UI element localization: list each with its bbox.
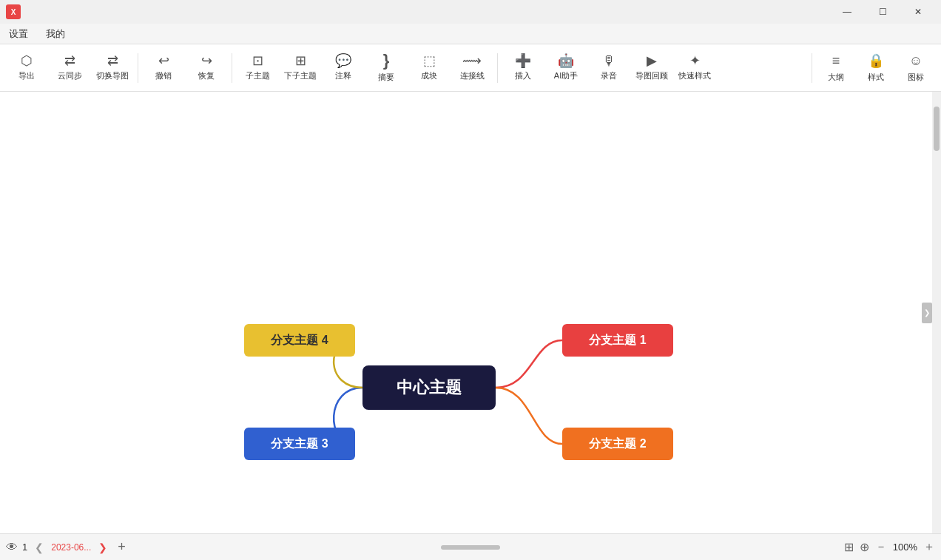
redo-button[interactable]: ↪ 恢复 [186,47,227,89]
center-node[interactable]: 中心主题 [362,365,496,410]
quick-style-button[interactable]: ✦ 快速样式 [674,47,715,89]
icon-btn-icon: ☺ [909,53,923,69]
sub-topic-icon: ⊡ [252,54,263,67]
ai-assist-button[interactable]: 🤖 AI助手 [545,47,587,89]
style-label: 样式 [868,72,884,83]
maximize-button[interactable]: ☐ [866,0,900,24]
app-logo: X [6,4,21,19]
export-icon: ⬡ [21,54,33,67]
cloud-sync-icon: ⇄ [64,54,75,67]
redo-icon: ↪ [201,54,212,67]
insert-button[interactable]: ➕ 插入 [502,47,544,89]
map-review-icon: ▶ [647,54,657,67]
page-number: 1 [22,542,27,553]
branch-node-4[interactable]: 分支主题 4 [244,324,355,357]
minimize-button[interactable]: — [830,0,864,24]
insert-icon: ➕ [515,54,531,67]
toolbar-main-group: ⬡ 导出 ⇄ 云同步 ⇄ 切换导图 ↩ 撤销 ↪ 恢复 ⊡ 子主题 ⊞ 下子主题 [6,47,715,89]
next-page-button[interactable]: ❯ [95,540,110,555]
title-bar: X — ☐ ✕ [0,0,941,24]
branch-node-1[interactable]: 分支主题 1 [562,324,673,357]
summary-icon: } [383,53,390,69]
quick-style-icon: ✦ [689,54,701,67]
cloud-sync-label: 云同步 [58,70,82,81]
toolbar-sep-1 [138,53,138,83]
zoom-in-button[interactable]: ＋ [923,539,935,555]
child-topic-button[interactable]: ⊞ 下子主题 [280,47,321,89]
summary-button[interactable]: } 摘要 [365,47,407,89]
comment-label: 注释 [335,70,351,81]
page-tab-label[interactable]: 2023-06... [51,542,91,553]
status-center [441,545,500,550]
block-label: 成块 [421,70,437,81]
title-bar-left: X [6,4,21,19]
center-node-text: 中心主题 [397,377,462,399]
prev-page-button[interactable]: ❮ [32,540,47,555]
toolbar-sep-3 [497,53,498,83]
icon-button[interactable]: ☺ 图标 [897,47,935,89]
right-edge-arrow[interactable]: ❯ [922,303,932,323]
toolbar-sep-right [812,53,812,83]
outline-icon: ≡ [832,53,840,69]
style-icon: 🔒 [868,53,884,69]
record-button[interactable]: 🎙 录音 [588,47,630,89]
fit-page-button[interactable]: ⊞ [844,540,854,554]
export-button[interactable]: ⬡ 导出 [6,47,47,89]
style-button[interactable]: 🔒 样式 [857,47,895,89]
page-view-icon: 👁 [6,541,18,554]
outline-label: 大纲 [828,72,844,83]
toolbar: ⬡ 导出 ⇄ 云同步 ⇄ 切换导图 ↩ 撤销 ↪ 恢复 ⊡ 子主题 ⊞ 下子主题 [0,44,941,92]
status-bar: 👁 1 ❮ 2023-06... ❯ + ⊞ ⊕ － 100% ＋ [0,533,941,560]
export-label: 导出 [18,70,35,81]
map-review-button[interactable]: ▶ 导图回顾 [631,47,672,89]
record-label: 录音 [601,70,617,81]
icon-btn-label: 图标 [908,72,924,83]
switch-map-label: 切换导图 [96,70,129,81]
branch-node-2[interactable]: 分支主题 2 [562,428,673,460]
mind-map-connections [0,92,941,533]
undo-button[interactable]: ↩ 撤销 [143,47,184,89]
add-page-button[interactable]: + [115,539,129,555]
child-topic-icon: ⊞ [295,54,306,67]
block-button[interactable]: ⬚ 成块 [408,47,450,89]
comment-button[interactable]: 💬 注释 [323,47,364,89]
undo-label: 撤销 [155,70,172,81]
vertical-scrollbar[interactable] [932,92,941,533]
undo-icon: ↩ [158,54,169,67]
cloud-sync-button[interactable]: ⇄ 云同步 [49,47,90,89]
connection-button[interactable]: ⟿ 连接线 [451,47,493,89]
quick-style-label: 快速样式 [678,70,711,81]
sub-topic-button[interactable]: ⊡ 子主题 [237,47,278,89]
branch-node-1-text: 分支主题 1 [589,333,646,348]
block-icon: ⬚ [423,54,436,67]
title-bar-controls: — ☐ ✕ [830,0,935,24]
locate-button[interactable]: ⊕ [860,540,869,554]
child-topic-label: 下子主题 [284,70,317,81]
menu-item-mine[interactable]: 我的 [43,26,68,42]
toolbar-sep-2 [232,53,232,83]
ai-assist-label: AI助手 [554,70,578,81]
summary-label: 摘要 [378,72,394,83]
sub-topic-label: 子主题 [246,70,270,81]
redo-label: 恢复 [198,70,215,81]
branch-node-2-text: 分支主题 2 [589,436,646,452]
branch-node-3-text: 分支主题 3 [271,436,328,452]
status-right: ⊞ ⊕ － 100% ＋ [844,539,935,555]
connection-label: 连接线 [460,70,485,81]
menu-item-settings[interactable]: 设置 [6,26,31,42]
canvas-area[interactable]: 中心主题 分支主题 1 分支主题 2 分支主题 3 分支主题 4 ❯ [0,92,941,533]
switch-map-icon: ⇄ [107,54,118,67]
close-button[interactable]: ✕ [901,0,935,24]
branch-node-3[interactable]: 分支主题 3 [244,428,355,460]
zoom-level: 100% [893,542,917,553]
status-left: 👁 1 ❮ 2023-06... ❯ + [6,539,129,555]
zoom-out-button[interactable]: － [875,539,887,555]
scroll-thumb-horizontal[interactable] [441,545,500,550]
scroll-thumb-vertical[interactable] [934,107,940,151]
branch-node-4-text: 分支主题 4 [271,333,328,348]
switch-map-button[interactable]: ⇄ 切换导图 [92,47,133,89]
record-icon: 🎙 [602,54,615,67]
ai-assist-icon: 🤖 [558,54,574,67]
menu-bar: 设置 我的 [0,24,941,44]
outline-button[interactable]: ≡ 大纲 [817,47,855,89]
